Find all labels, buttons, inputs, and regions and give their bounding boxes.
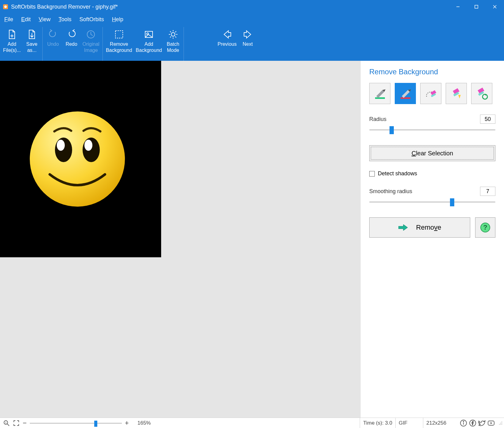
svg-line-39 — [7, 424, 9, 426]
svg-point-49 — [500, 423, 501, 423]
image-preview[interactable] — [0, 61, 161, 257]
youtube-icon[interactable] — [487, 419, 495, 427]
quick-eraser-tool[interactable] — [446, 83, 467, 104]
lasso-eraser-tool[interactable] — [420, 83, 441, 104]
svg-point-20 — [84, 140, 92, 151]
svg-point-19 — [57, 140, 65, 151]
zoom-slider[interactable] — [30, 420, 122, 426]
titlebar: SoftOrbits Background Remover - giphy.gi… — [0, 0, 504, 14]
undo-icon — [48, 28, 59, 41]
status-format: GIF — [395, 418, 423, 428]
svg-rect-10 — [115, 31, 123, 38]
add-files-button[interactable]: Add File(s)... — [1, 27, 23, 61]
svg-text:?: ? — [483, 224, 487, 231]
smoothing-slider[interactable] — [369, 198, 495, 206]
resize-grip[interactable] — [498, 421, 503, 425]
remove-button[interactable]: Remove — [369, 217, 470, 238]
help-icon: ? — [480, 222, 490, 233]
side-panel: Remove Background Radius Cle — [361, 61, 504, 418]
gear-icon — [168, 28, 179, 41]
menu-help[interactable]: Help — [112, 16, 123, 23]
svg-marker-14 — [224, 31, 231, 38]
redo-button[interactable]: Redo — [62, 27, 81, 61]
facebook-icon[interactable] — [469, 419, 476, 427]
canvas-area[interactable] — [0, 61, 361, 418]
help-button[interactable]: ? — [475, 217, 495, 238]
svg-point-48 — [502, 423, 502, 423]
menubar: File Edit View Tools SoftOrbits Help — [0, 14, 504, 25]
svg-point-51 — [500, 424, 501, 425]
svg-point-43 — [463, 421, 464, 422]
svg-marker-22 — [376, 90, 384, 98]
svg-rect-3 — [475, 5, 478, 8]
window-title: SoftOrbits Background Remover - giphy.gi… — [11, 4, 118, 10]
foreground-marker-tool[interactable] — [369, 83, 390, 104]
menu-view[interactable]: View — [39, 16, 51, 23]
remove-background-button[interactable]: Remove Background — [104, 27, 134, 61]
add-background-button[interactable]: Add Background — [134, 27, 164, 61]
menu-edit[interactable]: Edit — [21, 16, 31, 23]
redo-icon — [66, 28, 77, 41]
zoom-percent: 165% — [138, 420, 151, 426]
save-as-button[interactable]: Save as... — [23, 27, 41, 61]
clear-selection-button[interactable]: Clear Selection — [369, 145, 495, 161]
toolbar: Add File(s)... Save as... Undo Redo Orig… — [0, 25, 504, 61]
svg-point-17 — [55, 138, 72, 162]
file-add-icon — [6, 28, 17, 41]
radius-label: Radius — [369, 116, 386, 123]
status-time: Time (s): 3.0 — [360, 418, 395, 428]
radius-slider[interactable] — [369, 126, 495, 134]
svg-point-18 — [83, 138, 100, 162]
menu-softorbits[interactable]: SoftOrbits — [79, 16, 104, 23]
svg-marker-15 — [244, 31, 251, 38]
svg-point-13 — [171, 33, 175, 36]
svg-point-47 — [502, 422, 502, 422]
arrow-right-icon — [242, 28, 253, 41]
file-save-icon — [26, 28, 37, 41]
arrow-right-icon — [398, 224, 408, 231]
remove-bg-icon — [114, 28, 125, 41]
zoom-in-button[interactable]: + — [125, 419, 129, 427]
menu-tools[interactable]: Tools — [59, 16, 72, 23]
menu-file[interactable]: File — [4, 16, 13, 23]
svg-marker-31 — [458, 95, 461, 99]
zoom-actual-icon[interactable]: 1 — [3, 420, 10, 426]
zoom-fit-icon[interactable] — [13, 420, 20, 426]
panel-title: Remove Background — [369, 68, 495, 76]
marker-tool-row — [369, 83, 495, 104]
status-dimensions: 212x256 — [423, 418, 460, 428]
svg-point-52 — [499, 424, 500, 425]
minimize-button[interactable] — [449, 0, 467, 14]
maximize-button[interactable] — [467, 0, 486, 14]
background-marker-tool[interactable] — [395, 83, 416, 104]
svg-rect-21 — [375, 97, 385, 99]
main-area: Remove Background Radius Cle — [0, 61, 504, 418]
svg-marker-46 — [490, 422, 492, 424]
radius-input[interactable] — [480, 115, 495, 124]
twitter-icon[interactable] — [478, 419, 486, 427]
smiley-image — [28, 110, 126, 208]
detect-shadows-label: Detect shadows — [378, 170, 417, 177]
add-bg-icon — [143, 28, 154, 41]
svg-point-50 — [502, 424, 502, 425]
close-button[interactable] — [486, 0, 504, 14]
svg-marker-25 — [402, 90, 410, 98]
smoothing-input[interactable] — [480, 187, 495, 196]
statusbar: 1 − + 165% Time (s): 3.0 GIF 212x256 — [0, 418, 504, 428]
previous-button[interactable]: Previous — [216, 27, 238, 61]
zoom-out-button[interactable]: − — [23, 419, 27, 427]
original-image-button[interactable]: Original Image — [81, 27, 101, 61]
undo-button[interactable]: Undo — [44, 27, 62, 61]
smoothing-label: Smoothing radius — [369, 188, 412, 195]
detect-shadows-checkbox[interactable] — [369, 171, 375, 177]
history-icon — [85, 28, 96, 41]
batch-mode-button[interactable]: Batch Mode — [164, 27, 182, 61]
svg-marker-35 — [398, 224, 408, 231]
refresh-eraser-tool[interactable] — [471, 83, 492, 104]
next-button[interactable]: Next — [238, 27, 257, 61]
svg-point-16 — [30, 111, 125, 207]
app-icon — [2, 4, 9, 10]
svg-text:1: 1 — [5, 421, 7, 424]
info-icon[interactable] — [460, 419, 467, 427]
svg-rect-24 — [401, 97, 410, 99]
